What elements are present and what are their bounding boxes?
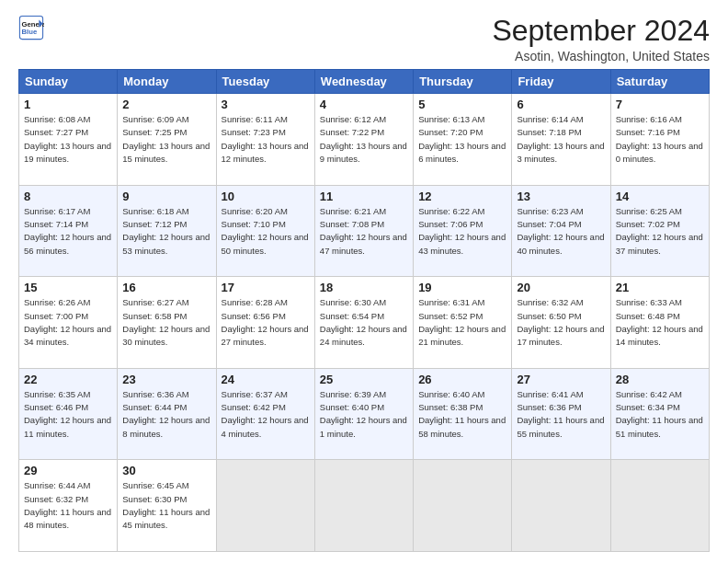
sunrise: Sunrise: 6:41 AM xyxy=(517,389,583,399)
daylight: Daylight: 12 hours and 53 minutes. xyxy=(122,232,210,255)
day-detail: Sunrise: 6:23 AMSunset: 7:04 PMDaylight:… xyxy=(517,205,605,258)
sunrise: Sunrise: 6:26 AM xyxy=(24,297,90,307)
calendar-cell: 3Sunrise: 6:11 AMSunset: 7:23 PMDaylight… xyxy=(216,94,314,186)
calendar-cell: 8Sunrise: 6:17 AMSunset: 7:14 PMDaylight… xyxy=(19,185,118,277)
calendar-cell: 16Sunrise: 6:27 AMSunset: 6:58 PMDayligh… xyxy=(118,277,216,369)
day-number: 5 xyxy=(418,98,506,111)
day-detail: Sunrise: 6:26 AMSunset: 7:00 PMDaylight:… xyxy=(24,296,112,349)
daylight: Daylight: 12 hours and 40 minutes. xyxy=(517,232,604,255)
calendar-cell: 28Sunrise: 6:42 AMSunset: 6:34 PMDayligh… xyxy=(610,368,709,460)
sunset: Sunset: 7:02 PM xyxy=(616,219,680,229)
day-number: 20 xyxy=(517,281,605,294)
daylight: Daylight: 12 hours and 17 minutes. xyxy=(517,324,604,347)
day-number: 24 xyxy=(222,373,310,386)
sunrise: Sunrise: 6:08 AM xyxy=(24,114,90,124)
day-number: 25 xyxy=(320,373,408,386)
sunset: Sunset: 7:16 PM xyxy=(616,127,680,137)
calendar-cell xyxy=(610,460,709,552)
sunset: Sunset: 6:54 PM xyxy=(320,311,384,321)
day-detail: Sunrise: 6:31 AMSunset: 6:52 PMDaylight:… xyxy=(418,296,506,349)
daylight: Daylight: 12 hours and 14 minutes. xyxy=(616,324,703,347)
sunrise: Sunrise: 6:20 AM xyxy=(222,206,288,216)
sunset: Sunset: 6:40 PM xyxy=(320,402,384,412)
daylight: Daylight: 12 hours and 1 minute. xyxy=(320,415,407,438)
calendar-cell xyxy=(512,460,610,552)
sunrise: Sunrise: 6:37 AM xyxy=(222,389,288,399)
sunrise: Sunrise: 6:11 AM xyxy=(222,114,288,124)
day-detail: Sunrise: 6:20 AMSunset: 7:10 PMDaylight:… xyxy=(222,205,310,258)
daylight: Daylight: 12 hours and 50 minutes. xyxy=(222,232,309,255)
daylight: Daylight: 11 hours and 48 minutes. xyxy=(24,507,111,530)
daylight: Daylight: 12 hours and 56 minutes. xyxy=(24,232,111,255)
sunset: Sunset: 7:27 PM xyxy=(24,127,88,137)
sunrise: Sunrise: 6:25 AM xyxy=(616,206,682,216)
sunrise: Sunrise: 6:36 AM xyxy=(122,389,188,399)
page-subtitle: Asotin, Washington, United States xyxy=(492,49,710,63)
day-number: 2 xyxy=(122,98,210,111)
day-number: 23 xyxy=(122,373,210,386)
sunrise: Sunrise: 6:44 AM xyxy=(24,480,90,490)
svg-text:Blue: Blue xyxy=(22,28,38,36)
day-number: 11 xyxy=(320,190,408,203)
sunset: Sunset: 7:04 PM xyxy=(517,219,581,229)
day-number: 27 xyxy=(517,373,605,386)
day-detail: Sunrise: 6:42 AMSunset: 6:34 PMDaylight:… xyxy=(616,388,704,441)
day-number: 6 xyxy=(517,98,605,111)
sunrise: Sunrise: 6:33 AM xyxy=(616,297,682,307)
day-detail: Sunrise: 6:12 AMSunset: 7:22 PMDaylight:… xyxy=(320,113,408,166)
day-detail: Sunrise: 6:13 AMSunset: 7:20 PMDaylight:… xyxy=(418,113,506,166)
day-number: 29 xyxy=(24,464,112,477)
day-detail: Sunrise: 6:36 AMSunset: 6:44 PMDaylight:… xyxy=(122,388,210,441)
sunset: Sunset: 6:32 PM xyxy=(24,494,88,504)
sunset: Sunset: 6:58 PM xyxy=(122,311,187,321)
sunrise: Sunrise: 6:32 AM xyxy=(517,297,583,307)
day-detail: Sunrise: 6:37 AMSunset: 6:42 PMDaylight:… xyxy=(222,388,310,441)
calendar-cell: 19Sunrise: 6:31 AMSunset: 6:52 PMDayligh… xyxy=(414,277,512,369)
day-header-friday: Friday xyxy=(512,70,610,94)
sunset: Sunset: 6:48 PM xyxy=(616,311,680,321)
daylight: Daylight: 13 hours and 3 minutes. xyxy=(517,141,604,164)
day-detail: Sunrise: 6:16 AMSunset: 7:16 PMDaylight:… xyxy=(616,113,704,166)
page-title: September 2024 xyxy=(492,15,710,47)
calendar-cell: 20Sunrise: 6:32 AMSunset: 6:50 PMDayligh… xyxy=(512,277,610,369)
logo: General Blue General Blue xyxy=(18,15,44,40)
day-detail: Sunrise: 6:32 AMSunset: 6:50 PMDaylight:… xyxy=(517,296,605,349)
calendar-cell: 9Sunrise: 6:18 AMSunset: 7:12 PMDaylight… xyxy=(118,185,216,277)
daylight: Daylight: 12 hours and 11 minutes. xyxy=(24,415,111,438)
calendar-cell: 26Sunrise: 6:40 AMSunset: 6:38 PMDayligh… xyxy=(414,368,512,460)
daylight: Daylight: 12 hours and 21 minutes. xyxy=(418,324,506,347)
calendar-cell: 15Sunrise: 6:26 AMSunset: 7:00 PMDayligh… xyxy=(19,277,118,369)
day-number: 3 xyxy=(222,98,310,111)
sunrise: Sunrise: 6:14 AM xyxy=(517,114,583,124)
sunrise: Sunrise: 6:23 AM xyxy=(517,206,583,216)
day-detail: Sunrise: 6:45 AMSunset: 6:30 PMDaylight:… xyxy=(122,479,210,532)
day-detail: Sunrise: 6:30 AMSunset: 6:54 PMDaylight:… xyxy=(320,296,408,349)
daylight: Daylight: 11 hours and 58 minutes. xyxy=(418,415,506,438)
day-detail: Sunrise: 6:22 AMSunset: 7:06 PMDaylight:… xyxy=(418,205,506,258)
sunset: Sunset: 7:23 PM xyxy=(222,127,286,137)
day-detail: Sunrise: 6:14 AMSunset: 7:18 PMDaylight:… xyxy=(517,113,605,166)
calendar-cell: 22Sunrise: 6:35 AMSunset: 6:46 PMDayligh… xyxy=(19,368,118,460)
day-number: 10 xyxy=(222,190,310,203)
day-number: 12 xyxy=(418,190,506,203)
calendar-body: 1Sunrise: 6:08 AMSunset: 7:27 PMDaylight… xyxy=(19,94,710,552)
calendar-cell: 2Sunrise: 6:09 AMSunset: 7:25 PMDaylight… xyxy=(118,94,216,186)
calendar-cell: 25Sunrise: 6:39 AMSunset: 6:40 PMDayligh… xyxy=(314,368,413,460)
sunset: Sunset: 6:42 PM xyxy=(222,402,286,412)
calendar-cell xyxy=(414,460,512,552)
day-detail: Sunrise: 6:11 AMSunset: 7:23 PMDaylight:… xyxy=(222,113,310,166)
sunset: Sunset: 6:50 PM xyxy=(517,311,581,321)
calendar-week-5: 29Sunrise: 6:44 AMSunset: 6:32 PMDayligh… xyxy=(19,460,710,552)
calendar-week-4: 22Sunrise: 6:35 AMSunset: 6:46 PMDayligh… xyxy=(19,368,710,460)
sunset: Sunset: 7:06 PM xyxy=(418,219,483,229)
page-header: General Blue General Blue September 2024… xyxy=(18,15,710,63)
calendar-cell: 1Sunrise: 6:08 AMSunset: 7:27 PMDaylight… xyxy=(19,94,118,186)
day-header-saturday: Saturday xyxy=(610,70,709,94)
day-number: 21 xyxy=(616,281,704,294)
calendar-cell xyxy=(314,460,413,552)
day-header-wednesday: Wednesday xyxy=(314,70,413,94)
sunset: Sunset: 7:20 PM xyxy=(418,127,483,137)
sunset: Sunset: 7:12 PM xyxy=(122,219,187,229)
sunset: Sunset: 6:56 PM xyxy=(222,311,286,321)
calendar-cell: 7Sunrise: 6:16 AMSunset: 7:16 PMDaylight… xyxy=(610,94,709,186)
